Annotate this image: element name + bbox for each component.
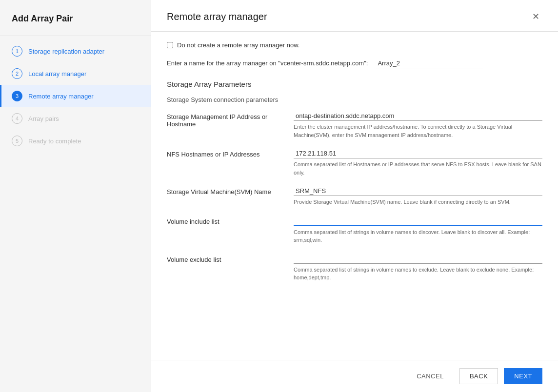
volume-include-label: Volume include list — [167, 216, 294, 225]
array-name-input[interactable] — [376, 59, 483, 68]
main-body: Do not create a remote array manager now… — [151, 32, 558, 360]
svm-name-right: Provide Storage Virtual Machine(SVM) nam… — [294, 186, 542, 206]
dialog-title: Add Array Pair — [0, 0, 151, 36]
checkbox-label: Do not create a remote array manager now… — [177, 41, 299, 49]
storage-mgmt-ip-row: Storage Management IP Address or Hostnam… — [167, 111, 542, 139]
no-remote-manager-checkbox[interactable] — [167, 42, 173, 48]
storage-mgmt-ip-input[interactable] — [294, 111, 542, 121]
array-name-row: Enter a name for the array manager on "v… — [167, 59, 542, 68]
step-1-label: Storage replication adapter — [28, 48, 104, 55]
step-4-label: Array pairs — [28, 115, 59, 122]
storage-mgmt-ip-label: Storage Management IP Address or Hostnam… — [167, 111, 294, 128]
svm-name-label: Storage Virtual Machine(SVM) Name — [167, 186, 294, 196]
main-title: Remote array manager — [167, 11, 267, 22]
nfs-hostnames-label: NFS Hostnames or IP Addresses — [167, 149, 294, 158]
nfs-hostnames-right: Comma separated list of Hostnames or IP … — [294, 149, 542, 176]
volume-exclude-hint: Comma separated list of strings in volum… — [294, 266, 542, 282]
back-button[interactable]: BACK — [459, 368, 498, 384]
step-2-number: 2 — [12, 68, 22, 79]
volume-exclude-label: Volume exclude list — [167, 254, 294, 263]
storage-mgmt-ip-hint: Enter the cluster management IP address/… — [294, 123, 542, 139]
sidebar-step-5: 5 Ready to complete — [0, 130, 151, 152]
nfs-hostnames-row: NFS Hostnames or IP Addresses Comma sepa… — [167, 149, 542, 176]
svm-name-input[interactable] — [294, 186, 542, 196]
main-header: Remote array manager ✕ — [151, 0, 558, 32]
svm-name-hint: Provide Storage Virtual Machine(SVM) nam… — [294, 198, 542, 206]
next-button[interactable]: NEXT — [504, 368, 542, 384]
volume-exclude-row: Volume exclude list Comma separated list… — [167, 254, 542, 282]
section-subheader: Storage System connection parameters — [167, 96, 542, 103]
close-button[interactable]: ✕ — [529, 10, 542, 23]
array-name-label: Enter a name for the array manager on "v… — [167, 59, 368, 67]
step-2-label: Local array manager — [28, 70, 86, 78]
volume-exclude-right: Comma separated list of strings in volum… — [294, 254, 542, 282]
step-3-number: 3 — [12, 91, 22, 101]
nfs-hostnames-hint: Comma separated list of Hostnames or IP … — [294, 160, 542, 176]
step-5-label: Ready to complete — [28, 137, 81, 145]
no-remote-manager-row: Do not create a remote array manager now… — [167, 41, 542, 49]
nfs-hostnames-input[interactable] — [294, 149, 542, 158]
dialog-footer: CANCEL BACK NEXT — [151, 360, 558, 392]
step-1-number: 1 — [12, 46, 22, 57]
sidebar-step-3[interactable]: 3 Remote array manager — [0, 85, 151, 107]
volume-include-row: Volume include list Comma separated list… — [167, 216, 542, 244]
section-header: Storage Array Parameters — [167, 80, 542, 88]
cancel-button[interactable]: CANCEL — [407, 369, 454, 384]
storage-mgmt-ip-right: Enter the cluster management IP address/… — [294, 111, 542, 139]
volume-include-input[interactable] — [294, 216, 542, 226]
volume-exclude-input[interactable] — [294, 254, 542, 264]
add-array-pair-dialog: Add Array Pair 1 Storage replication ada… — [0, 0, 558, 392]
steps-list: 1 Storage replication adapter 2 Local ar… — [0, 36, 151, 156]
step-3-label: Remote array manager — [28, 93, 94, 100]
volume-include-hint: Comma separated list of strings in volum… — [294, 228, 542, 244]
step-5-number: 5 — [12, 136, 22, 146]
dialog-body: Add Array Pair 1 Storage replication ada… — [0, 0, 558, 392]
sidebar-step-1[interactable]: 1 Storage replication adapter — [0, 40, 151, 62]
step-4-number: 4 — [12, 113, 22, 124]
volume-include-right: Comma separated list of strings in volum… — [294, 216, 542, 244]
sidebar: Add Array Pair 1 Storage replication ada… — [0, 0, 151, 392]
svm-name-row: Storage Virtual Machine(SVM) Name Provid… — [167, 186, 542, 206]
main-panel: Remote array manager ✕ Do not create a r… — [151, 0, 558, 392]
sidebar-step-2[interactable]: 2 Local array manager — [0, 62, 151, 85]
sidebar-step-4: 4 Array pairs — [0, 107, 151, 130]
